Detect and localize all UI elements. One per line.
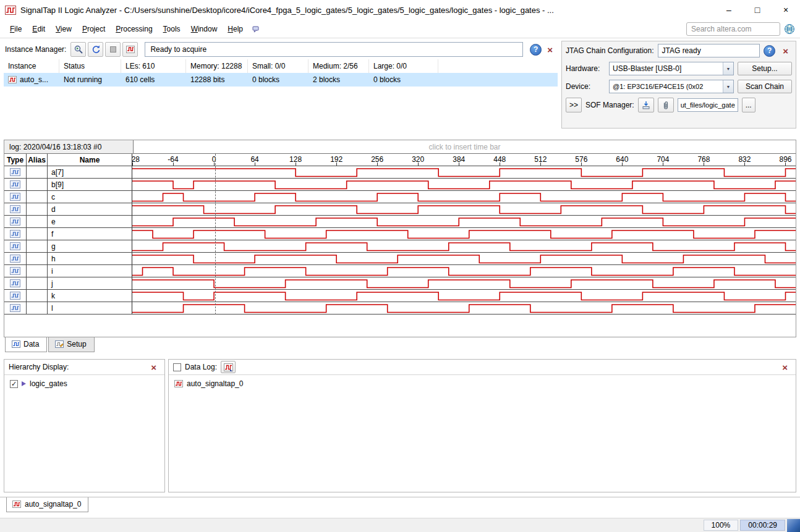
sof-attach-button[interactable] — [658, 98, 674, 112]
data-log-close-icon[interactable]: × — [778, 362, 791, 373]
signal-row[interactable]: c — [4, 191, 796, 203]
signal-waveform[interactable] — [132, 216, 796, 227]
hierarchy-item-checkbox[interactable]: ✓ — [10, 380, 18, 388]
signal-alias-cell[interactable] — [27, 191, 48, 203]
signal-alias-cell[interactable] — [27, 228, 48, 240]
signal-row[interactable]: h — [4, 253, 796, 265]
menu-edit[interactable]: Edit — [27, 22, 50, 36]
tab-data[interactable]: Data — [5, 337, 47, 352]
signal-type-cell[interactable] — [4, 253, 27, 264]
signal-alias-cell[interactable] — [27, 290, 48, 302]
search-input[interactable] — [686, 22, 780, 36]
instance-col-header-3[interactable]: Memory: 12288 — [186, 59, 248, 73]
signal-waveform[interactable] — [132, 191, 796, 203]
signal-name[interactable]: e — [48, 216, 132, 227]
close-button[interactable]: × — [772, 0, 800, 20]
signal-waveform[interactable] — [132, 228, 796, 240]
hardware-dropdown-icon[interactable]: ▼ — [723, 62, 733, 75]
minimize-button[interactable]: – — [715, 0, 743, 20]
signal-row[interactable]: a[7] — [4, 166, 796, 179]
menu-tools[interactable]: Tools — [158, 22, 185, 36]
signal-name[interactable]: g — [48, 240, 132, 252]
setup-button[interactable]: Setup... — [738, 62, 792, 75]
signal-waveform[interactable] — [132, 203, 796, 215]
timeline-ruler[interactable]: -128-64064128192256320384448512576640704… — [132, 154, 796, 166]
signal-name[interactable]: f — [48, 228, 132, 240]
signal-waveform[interactable] — [132, 253, 796, 264]
signal-name[interactable]: d — [48, 203, 132, 215]
tab-setup[interactable]: Setup — [48, 337, 94, 352]
menu-view[interactable]: View — [51, 22, 77, 36]
hierarchy-close-icon[interactable]: × — [147, 362, 160, 373]
signal-waveform[interactable] — [132, 265, 796, 277]
signal-type-cell[interactable] — [4, 203, 27, 215]
signal-row[interactable]: e — [4, 216, 796, 228]
signal-alias-cell[interactable] — [27, 240, 48, 252]
autorun-analysis-button[interactable] — [88, 42, 103, 57]
signal-type-cell[interactable] — [4, 166, 27, 178]
instance-col-header-5[interactable]: Medium: 2/56 — [309, 59, 369, 73]
signal-type-cell[interactable] — [4, 191, 27, 203]
globe-icon[interactable] — [784, 23, 795, 35]
signal-type-cell[interactable] — [4, 277, 27, 289]
signal-type-cell[interactable] — [4, 179, 27, 190]
instance-col-header-4[interactable]: Small: 0/0 — [248, 59, 309, 73]
signal-type-cell[interactable] — [4, 265, 27, 277]
data-log-checkbox[interactable] — [173, 363, 181, 371]
signal-alias-cell[interactable] — [27, 302, 48, 314]
timebar-hint[interactable]: click to insert time bar — [134, 140, 796, 153]
signal-row[interactable]: l — [4, 302, 796, 315]
signal-alias-cell[interactable] — [27, 179, 48, 190]
signal-name[interactable]: a[7] — [48, 166, 132, 178]
signal-waveform[interactable] — [132, 302, 796, 314]
menu-project[interactable]: Project — [77, 22, 110, 36]
signal-type-cell[interactable] — [4, 228, 27, 240]
signal-alias-cell[interactable] — [27, 277, 48, 289]
signal-type-cell[interactable] — [4, 240, 27, 252]
signal-name[interactable]: k — [48, 290, 132, 302]
name-column-header[interactable]: Name — [48, 154, 132, 166]
instance-row[interactable]: auto_s...Not running610 cells12288 bits0… — [4, 73, 558, 87]
scan-chain-button[interactable]: Scan Chain — [738, 80, 792, 93]
signal-type-cell[interactable] — [4, 216, 27, 227]
signal-alias-cell[interactable] — [27, 166, 48, 178]
signal-alias-cell[interactable] — [27, 253, 48, 264]
bottom-tab-auto_signaltap_0[interactable]: auto_signaltap_0 — [6, 497, 88, 512]
signal-waveform[interactable] — [132, 179, 796, 190]
talkback-icon[interactable] — [252, 25, 261, 33]
instance-manager-close-icon[interactable]: × — [543, 44, 556, 55]
sof-path-input[interactable] — [678, 98, 738, 112]
expand-button[interactable]: >> — [566, 98, 582, 112]
signal-name[interactable]: b[9] — [48, 179, 132, 190]
signal-waveform[interactable] — [132, 277, 796, 289]
data-log-capture-button[interactable] — [221, 361, 236, 373]
signal-type-cell[interactable] — [4, 290, 27, 302]
instance-col-header-2[interactable]: LEs: 610 — [121, 59, 186, 73]
signal-row[interactable]: b[9] — [4, 179, 796, 191]
sof-browse-button[interactable]: ... — [742, 98, 755, 112]
signal-alias-cell[interactable] — [27, 265, 48, 277]
hierarchy-item[interactable]: ✓logic_gates — [4, 375, 164, 388]
menu-file[interactable]: File — [5, 22, 27, 36]
signal-row[interactable]: g — [4, 240, 796, 253]
signal-alias-cell[interactable] — [27, 216, 48, 227]
maximize-button[interactable]: □ — [743, 0, 772, 20]
instance-manager-help-button[interactable]: ? — [530, 44, 542, 56]
signal-name[interactable]: j — [48, 277, 132, 289]
signal-alias-cell[interactable] — [27, 203, 48, 215]
jtag-close-icon[interactable]: × — [779, 46, 792, 56]
menu-processing[interactable]: Processing — [111, 22, 157, 36]
jtag-help-button[interactable]: ? — [764, 45, 775, 57]
sof-download-button[interactable] — [638, 98, 654, 112]
instance-col-header-6[interactable]: Large: 0/0 — [369, 59, 438, 73]
data-log-item[interactable]: auto_signaltap_0 — [169, 375, 796, 388]
signal-row[interactable]: d — [4, 203, 796, 216]
signal-row[interactable]: i — [4, 265, 796, 277]
signal-waveform[interactable] — [132, 240, 796, 252]
read-data-button[interactable] — [122, 42, 138, 57]
signal-waveform[interactable] — [132, 166, 796, 178]
run-analysis-button[interactable] — [70, 42, 86, 57]
device-dropdown-icon[interactable]: ▼ — [723, 80, 733, 93]
alias-column-header[interactable]: Alias — [27, 154, 48, 166]
instance-col-header-1[interactable]: Status — [59, 59, 121, 73]
